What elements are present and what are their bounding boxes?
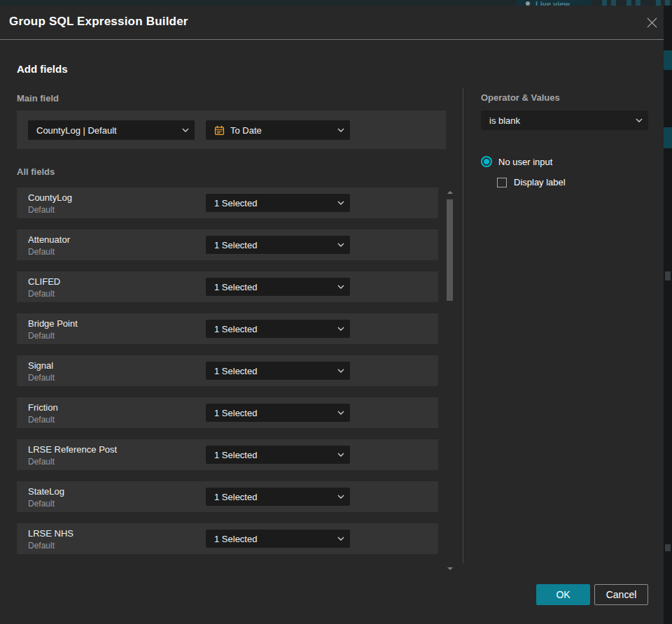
group-sql-expression-builder-dialog: Group SQL Expression Builder Add fields … xyxy=(0,6,664,624)
chevron-down-icon xyxy=(636,118,643,122)
field-row: StateLog Default 1 Selected xyxy=(17,481,438,512)
field-sublabel: Default xyxy=(28,373,55,383)
background-accent xyxy=(664,127,672,148)
operator-values-label: Operator & Values xyxy=(481,92,560,103)
fields-scrollbar[interactable] xyxy=(447,187,454,572)
field-values-select-value: 1 Selected xyxy=(214,534,257,544)
field-values-select[interactable]: 1 Selected xyxy=(206,362,350,380)
field-name: Attenuator xyxy=(28,234,70,245)
background-accent xyxy=(665,271,671,281)
chevron-down-icon xyxy=(337,327,344,331)
header-divider xyxy=(0,39,664,40)
field-row: Attenuator Default 1 Selected xyxy=(17,229,438,260)
field-values-select[interactable]: 1 Selected xyxy=(206,404,350,422)
field-row: Friction Default 1 Selected xyxy=(17,397,438,428)
field-values-select[interactable]: 1 Selected xyxy=(206,236,350,254)
field-row: CountyLog Default 1 Selected xyxy=(17,187,438,218)
field-sublabel: Default xyxy=(28,247,55,257)
background-toolbar: Live view xyxy=(0,0,672,6)
field-row: LRSE Reference Post Default 1 Selected xyxy=(17,439,438,470)
toolbar-fragment xyxy=(611,0,616,6)
no-user-input-label: No user input xyxy=(498,157,552,167)
field-values-select[interactable]: 1 Selected xyxy=(206,488,350,506)
checkbox-unchecked-icon xyxy=(497,178,507,187)
live-view-button[interactable]: Live view xyxy=(517,0,592,6)
field-sublabel: Default xyxy=(28,541,55,551)
toolbar-fragment xyxy=(665,0,670,6)
field-sublabel: Default xyxy=(28,457,55,467)
chevron-down-icon xyxy=(337,128,344,132)
close-button[interactable] xyxy=(642,13,662,32)
field-sublabel: Default xyxy=(28,205,55,215)
toolbar-fragment xyxy=(626,0,631,6)
operator-select-value: is blank xyxy=(489,115,520,126)
field-name: Friction xyxy=(28,402,58,413)
field-values-select[interactable]: 1 Selected xyxy=(206,278,350,296)
field-sublabel: Default xyxy=(28,331,55,341)
all-fields-label: All fields xyxy=(17,166,55,177)
main-field-date-select[interactable]: To Date xyxy=(206,120,350,140)
toolbar-fragment xyxy=(636,0,640,6)
field-values-select[interactable]: 1 Selected xyxy=(206,530,350,548)
no-user-input-radio[interactable]: No user input xyxy=(481,156,552,167)
field-name: CLIFED xyxy=(28,276,60,287)
toolbar-fragment xyxy=(656,0,661,6)
chevron-down-icon xyxy=(337,201,344,205)
radio-selected-icon xyxy=(481,156,492,167)
background-accent xyxy=(665,544,671,551)
ok-button[interactable]: OK xyxy=(536,584,590,605)
field-values-select[interactable]: 1 Selected xyxy=(206,320,350,338)
field-row: Bridge Point Default 1 Selected xyxy=(17,313,438,344)
main-field-select[interactable]: CountyLog | Default xyxy=(28,120,195,140)
field-row: CLIFED Default 1 Selected xyxy=(17,271,438,302)
all-fields-list: CountyLog Default 1 Selected Attenuator … xyxy=(17,187,438,565)
field-name: CountyLog xyxy=(28,192,72,203)
main-field-label: Main field xyxy=(17,93,59,104)
background-right-edge xyxy=(664,6,672,624)
chevron-down-icon xyxy=(337,411,344,415)
calendar-icon xyxy=(214,125,225,136)
display-label-label: Display label xyxy=(514,177,566,187)
scroll-up-icon[interactable] xyxy=(447,191,453,194)
field-sublabel: Default xyxy=(28,289,55,299)
field-sublabel: Default xyxy=(28,415,55,425)
field-values-select[interactable]: 1 Selected xyxy=(206,446,350,464)
field-row: LRSE NHS Default 1 Selected xyxy=(17,523,438,554)
field-values-select-value: 1 Selected xyxy=(214,324,257,334)
field-values-select-value: 1 Selected xyxy=(214,366,257,376)
live-view-label: Live view xyxy=(536,0,570,6)
main-field-select-value: CountyLog | Default xyxy=(36,125,117,136)
field-values-select-value: 1 Selected xyxy=(214,198,257,208)
field-values-select-value: 1 Selected xyxy=(214,492,257,502)
cancel-button[interactable]: Cancel xyxy=(594,584,648,605)
column-divider xyxy=(463,87,463,563)
operator-select[interactable]: is blank xyxy=(481,111,648,130)
close-icon xyxy=(646,17,658,29)
field-name: LRSE Reference Post xyxy=(28,444,117,455)
field-values-select-value: 1 Selected xyxy=(214,450,257,460)
chevron-down-icon xyxy=(182,128,189,132)
field-values-select-value: 1 Selected xyxy=(214,240,257,250)
field-values-select[interactable]: 1 Selected xyxy=(206,194,350,212)
dialog-title: Group SQL Expression Builder xyxy=(9,15,188,29)
display-label-checkbox[interactable]: Display label xyxy=(497,177,566,187)
main-field-panel: CountyLog | Default To Date xyxy=(17,111,446,149)
add-fields-heading: Add fields xyxy=(17,63,68,75)
chevron-down-icon xyxy=(337,285,344,289)
toolbar-fragment xyxy=(602,0,607,6)
chevron-down-icon xyxy=(337,495,344,499)
field-name: LRSE NHS xyxy=(28,528,74,539)
field-name: Signal xyxy=(28,360,53,371)
main-field-date-value: To Date xyxy=(230,125,262,136)
scroll-down-icon[interactable] xyxy=(447,567,453,570)
screen: Live view Group SQL Expression Builder A… xyxy=(0,0,672,624)
scrollbar-thumb[interactable] xyxy=(447,199,453,301)
chevron-down-icon xyxy=(337,537,344,541)
field-name: StateLog xyxy=(28,486,64,497)
background-accent xyxy=(664,50,672,70)
chevron-down-icon xyxy=(337,369,344,373)
field-values-select-value: 1 Selected xyxy=(214,408,257,418)
field-values-select-value: 1 Selected xyxy=(214,282,257,292)
field-sublabel: Default xyxy=(28,499,55,509)
chevron-down-icon xyxy=(337,243,344,247)
